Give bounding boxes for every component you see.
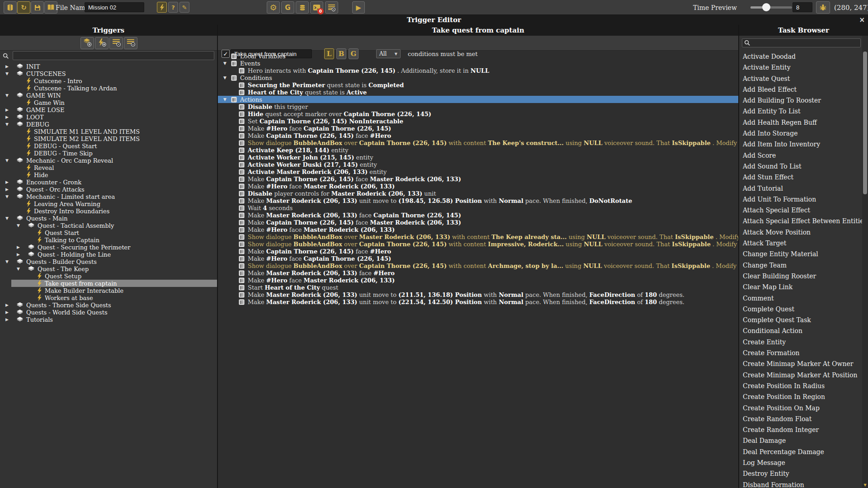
- task-item[interactable]: Add Tutorial: [739, 183, 862, 194]
- task-item[interactable]: Destroy Entity: [739, 468, 862, 479]
- task-item[interactable]: Add Score: [739, 150, 862, 161]
- tree-item-trigger[interactable]: DEBUG - Quest Start: [0, 142, 217, 150]
- tree-item-trigger[interactable]: Cutscene - Intro: [0, 77, 217, 84]
- task-item[interactable]: Create Random Float: [739, 413, 862, 424]
- tree-item-folder[interactable]: ▼CUTSCENES: [0, 70, 217, 77]
- task-item[interactable]: Add Stun Effect: [739, 172, 862, 183]
- time-preview-slider-handle[interactable]: [762, 3, 770, 11]
- tree-item-folder[interactable]: ▼Quest - The Keep: [0, 265, 217, 272]
- doors-button[interactable]: [4, 1, 17, 14]
- tree-item-folder[interactable]: ▼Quest - Tactical Assembly: [0, 222, 217, 229]
- chevron-right-icon[interactable]: ▶: [5, 317, 12, 322]
- tree-item-folder[interactable]: ▶Encounter - Gronk: [0, 178, 217, 186]
- editor-action-row[interactable]: Make Master Roderick (206, 133) unit mov…: [218, 298, 738, 305]
- task-item[interactable]: Add Item Into Inventory: [739, 139, 862, 150]
- tree-item-folder[interactable]: ▼Quests - Main: [0, 215, 217, 222]
- tree-item-folder[interactable]: ▶Quests - World Side Quests: [0, 309, 217, 316]
- chevron-right-icon[interactable]: ▶: [5, 303, 12, 307]
- tree-item-trigger[interactable]: Game Win: [0, 99, 217, 106]
- tree-item-trigger[interactable]: Quest Start: [0, 229, 217, 236]
- tree-item-folder[interactable]: ▶LOOT: [0, 113, 217, 121]
- task-item[interactable]: Create Position In Region: [739, 391, 862, 402]
- tree-item-trigger[interactable]: Cutscene - Talking to Ardan: [0, 84, 217, 92]
- chevron-down-icon[interactable]: ▼: [223, 97, 229, 102]
- editor-action-row[interactable]: Make #Hero face Captain Thorne (226, 145…: [218, 255, 738, 262]
- editor-action-row[interactable]: Hero interacts with Captain Thorne (226,…: [218, 67, 738, 74]
- task-item[interactable]: Create Position On Map: [739, 403, 862, 413]
- chevron-right-icon[interactable]: ▶: [17, 252, 23, 257]
- chevron-down-icon[interactable]: ▼: [17, 223, 23, 228]
- task-item[interactable]: Add Sound To List: [739, 161, 862, 172]
- editor-action-row[interactable]: Make #Hero face Captain Thorne (226, 145…: [218, 125, 738, 132]
- triggers-mode-button[interactable]: [157, 2, 167, 13]
- chevron-right-icon[interactable]: ▶: [17, 245, 23, 249]
- play-button[interactable]: ▶: [352, 1, 365, 14]
- editor-action-row[interactable]: Start Heart of the City quest: [218, 284, 738, 291]
- editor-action-row[interactable]: Activate Master Roderick (206, 133) enti…: [218, 168, 738, 175]
- tree-item-folder[interactable]: ▶Quests - Thorne Side Quests: [0, 301, 217, 309]
- expand-all-button[interactable]: [124, 37, 137, 49]
- tree-item-trigger[interactable]: Workers at base: [0, 294, 217, 301]
- task-item[interactable]: Add Bleed Effect: [739, 84, 862, 95]
- editor-action-row[interactable]: Make #Hero face Master Roderick (206, 13…: [218, 226, 738, 233]
- task-item[interactable]: Disband Formation: [739, 479, 862, 488]
- task-item[interactable]: Deal Percentage Damage: [739, 446, 862, 457]
- task-item[interactable]: Attach Special Effect: [739, 205, 862, 216]
- tree-item-trigger[interactable]: Leaving Area Warning: [0, 200, 217, 207]
- reload-button[interactable]: ↻: [17, 1, 30, 14]
- chevron-down-icon[interactable]: ▼: [5, 216, 12, 221]
- editor-action-row[interactable]: Make Captain Thorne (226, 145) face Mast…: [218, 175, 738, 183]
- chevron-down-icon[interactable]: ▼: [5, 194, 12, 199]
- tree-item-folder[interactable]: ▼Quests - Builder Quests: [0, 258, 217, 265]
- task-search-input[interactable]: [752, 39, 859, 47]
- chevron-right-icon[interactable]: ▶: [5, 115, 12, 119]
- tree-item-folder[interactable]: ▼DEBUG: [0, 121, 217, 128]
- task-item[interactable]: Create Entity: [739, 337, 862, 347]
- editor-action-row[interactable]: Show dialogue BubbleAndBox over Captain …: [218, 262, 738, 269]
- tree-item-trigger[interactable]: Reveal: [0, 164, 217, 171]
- chevron-down-icon[interactable]: ▼: [5, 259, 12, 264]
- task-item[interactable]: Add Unit To Formation: [739, 194, 862, 205]
- tree-item-folder[interactable]: ▶Quest - Orc Attacks: [0, 186, 217, 193]
- task-item[interactable]: Add Entity To List: [739, 106, 862, 117]
- chevron-down-icon[interactable]: ▼: [5, 93, 12, 98]
- task-item[interactable]: Attack Target: [739, 238, 862, 249]
- tree-item-trigger[interactable]: SIMULATE M2 LEVEL AND ITEMS: [0, 135, 217, 142]
- task-item[interactable]: Deal Damage: [739, 435, 862, 446]
- task-item[interactable]: Activate Doodad: [739, 51, 862, 62]
- task-item[interactable]: Log Message: [739, 457, 862, 468]
- chevron-down-icon[interactable]: ▼: [223, 61, 229, 66]
- task-item[interactable]: Create Minimap Marker At Owner: [739, 358, 862, 369]
- editor-action-row[interactable]: Make #Hero face Master Roderick (206, 13…: [218, 183, 738, 190]
- debug-button[interactable]: [816, 1, 830, 14]
- task-item[interactable]: Activate Entity: [739, 62, 862, 73]
- tree-item-folder[interactable]: ▼GAME WIN: [0, 92, 217, 99]
- editor-action-row[interactable]: Make Master Roderick (206, 133) face Cap…: [218, 211, 738, 219]
- help-button[interactable]: ?: [168, 2, 178, 13]
- chevron-right-icon[interactable]: ▶: [5, 108, 12, 112]
- editor-action-row[interactable]: Show dialogue BubbleAndBox over Captain …: [218, 240, 738, 248]
- editor-action-row[interactable]: Disable this trigger: [218, 103, 738, 110]
- editor-action-row[interactable]: Make Captain Thorne (226, 145) face Mast…: [218, 219, 738, 226]
- editor-action-row[interactable]: Heart of the City quest state is Active: [218, 89, 738, 96]
- tree-item-folder[interactable]: ▶Quest - Holding the Line: [0, 251, 217, 258]
- tree-item-trigger[interactable]: SIMULATE M1 LEVEL AND ITEMS: [0, 128, 217, 135]
- task-scrollbar-thumb[interactable]: [863, 52, 867, 194]
- task-item[interactable]: Add Into Storage: [739, 128, 862, 139]
- time-preview-input[interactable]: [793, 2, 812, 12]
- editor-section-row[interactable]: ▼Conditions: [218, 74, 738, 81]
- chevron-right-icon[interactable]: ▶: [5, 310, 12, 314]
- collapse-all-button[interactable]: [109, 37, 123, 49]
- trigger-search-input[interactable]: [13, 51, 214, 60]
- editor-action-row[interactable]: Disable player controls for Master Roder…: [218, 190, 738, 197]
- editor-action-row[interactable]: Make Captain Thorne (226, 145) face #Her…: [218, 132, 738, 139]
- close-button[interactable]: ×: [859, 15, 865, 25]
- editor-section-row[interactable]: Local Variables: [218, 52, 738, 60]
- chevron-right-icon[interactable]: ▶: [5, 187, 12, 192]
- editor-action-row[interactable]: Show dialogue BubbleAndBox over Captain …: [218, 139, 738, 146]
- task-item[interactable]: Change Entity Material: [739, 249, 862, 259]
- task-item[interactable]: Complete Quest Task: [739, 314, 862, 325]
- chevron-down-icon[interactable]: ▼: [5, 158, 12, 163]
- chevron-right-icon[interactable]: ▶: [5, 180, 12, 184]
- editor-action-row[interactable]: Make Captain Thorne (226, 145) face #Her…: [218, 248, 738, 255]
